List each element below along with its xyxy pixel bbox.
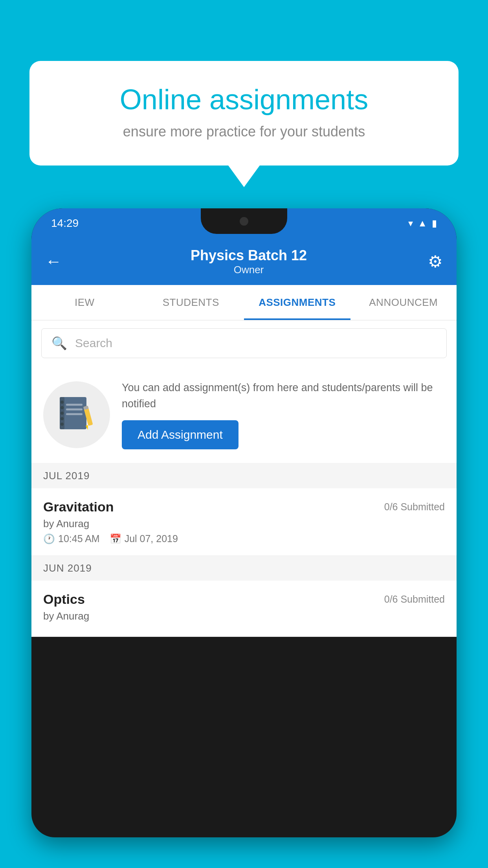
assignment-time-gravitation: 🕐 10:45 AM (43, 533, 100, 544)
app-bar: ← Physics Batch 12 Owner ⚙ (31, 238, 457, 285)
assignment-name-gravitation: Gravitation (43, 499, 114, 515)
assignment-meta-gravitation: 🕐 10:45 AM 📅 Jul 07, 2019 (43, 533, 445, 544)
back-button[interactable]: ← (45, 252, 62, 271)
tab-assignments[interactable]: ASSIGNMENTS (244, 285, 350, 320)
notebook-svg-icon (59, 395, 94, 434)
promo-icon-circle (43, 381, 110, 448)
assignment-date-gravitation: 📅 Jul 07, 2019 (110, 533, 178, 544)
assignment-submitted-optics: 0/6 Submitted (384, 594, 445, 605)
assignment-item-gravitation[interactable]: Gravitation 0/6 Submitted by Anurag 🕐 10… (31, 488, 457, 556)
search-placeholder: Search (75, 337, 112, 350)
section-header-jun: JUN 2019 (31, 556, 457, 581)
assignment-top-row: Gravitation 0/6 Submitted (43, 499, 445, 515)
phone-notch (201, 208, 287, 234)
speech-bubble: Online assignments ensure more practice … (29, 61, 459, 166)
speech-bubble-arrow (228, 166, 260, 187)
tab-students[interactable]: STUDENTS (138, 285, 244, 320)
search-container: 🔍 Search (31, 320, 457, 366)
promo-text: You can add assignment(s) from here and … (122, 380, 445, 412)
svg-point-6 (61, 406, 64, 409)
assignment-submitted-gravitation: 0/6 Submitted (384, 501, 445, 513)
search-icon: 🔍 (51, 336, 67, 351)
assignment-promo: You can add assignment(s) from here and … (31, 366, 457, 463)
app-bar-title-container: Physics Batch 12 Owner (70, 247, 428, 276)
svg-rect-3 (66, 413, 83, 415)
screen-content: 🔍 Search (31, 320, 457, 637)
section-header-jul: JUL 2019 (31, 463, 457, 488)
svg-point-5 (61, 401, 64, 404)
status-time: 14:29 (51, 217, 79, 230)
battery-icon: ▮ (432, 218, 437, 229)
wifi-icon: ▾ (408, 218, 413, 229)
svg-point-7 (61, 412, 64, 415)
status-icons: ▾ ▲ ▮ (408, 218, 437, 229)
settings-button[interactable]: ⚙ (428, 252, 443, 271)
promo-content: You can add assignment(s) from here and … (122, 380, 445, 449)
tab-announcements[interactable]: ANNOUNCEM (350, 285, 457, 320)
speech-bubble-container: Online assignments ensure more practice … (29, 61, 459, 187)
phone-container: 14:29 ▾ ▲ ▮ ← Physics Batch 12 Owner ⚙ I… (31, 208, 457, 868)
camera-dot (240, 217, 248, 226)
assignment-name-optics: Optics (43, 592, 85, 607)
svg-point-8 (61, 417, 64, 420)
assignment-by-gravitation: by Anurag (43, 518, 445, 530)
svg-rect-1 (66, 404, 83, 406)
svg-point-9 (61, 423, 64, 426)
svg-rect-2 (66, 408, 83, 410)
tab-iew[interactable]: IEW (31, 285, 138, 320)
add-assignment-button[interactable]: Add Assignment (122, 420, 238, 449)
speech-bubble-title: Online assignments (55, 83, 433, 116)
assignment-by-optics: by Anurag (43, 610, 445, 622)
assignment-item-optics[interactable]: Optics 0/6 Submitted by Anurag (31, 581, 457, 637)
clock-icon: 🕐 (43, 533, 55, 544)
status-bar: 14:29 ▾ ▲ ▮ (31, 208, 457, 238)
app-bar-title: Physics Batch 12 (70, 247, 428, 264)
tab-bar: IEW STUDENTS ASSIGNMENTS ANNOUNCEM (31, 285, 457, 320)
app-bar-subtitle: Owner (70, 264, 428, 276)
speech-bubble-subtitle: ensure more practice for your students (55, 123, 433, 140)
phone-frame: 14:29 ▾ ▲ ▮ ← Physics Batch 12 Owner ⚙ I… (31, 208, 457, 837)
assignment-top-row-optics: Optics 0/6 Submitted (43, 592, 445, 607)
calendar-icon: 📅 (110, 533, 121, 544)
search-bar[interactable]: 🔍 Search (41, 328, 447, 358)
signal-icon: ▲ (418, 218, 427, 229)
phone-bottom (31, 637, 457, 642)
